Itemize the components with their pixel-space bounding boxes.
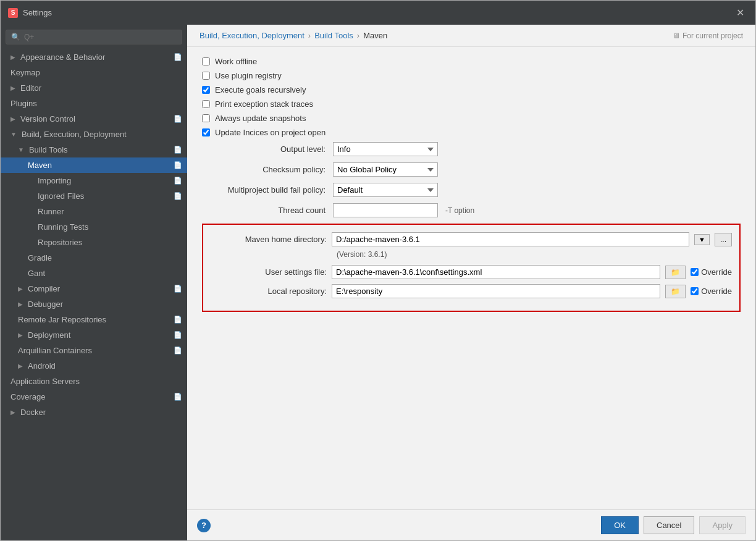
sidebar-item-coverage[interactable]: Coverage 📄 bbox=[1, 389, 187, 405]
output-level-select[interactable]: Info Debug Warning Error bbox=[333, 142, 438, 156]
checksum-policy-select[interactable]: No Global Policy Strict Lax bbox=[333, 162, 438, 177]
ok-button[interactable]: OK bbox=[601, 516, 639, 534]
work-offline-label[interactable]: Work offline bbox=[215, 57, 257, 66]
user-settings-override: Override bbox=[691, 267, 732, 277]
sidebar-item-importing[interactable]: Importing 📄 bbox=[1, 173, 187, 188]
user-settings-label: User settings file: bbox=[211, 267, 327, 277]
sidebar-item-label: Build Tools bbox=[29, 145, 68, 154]
maven-home-input[interactable] bbox=[332, 232, 689, 246]
thread-count-row: Thread count -T option bbox=[202, 203, 741, 217]
sidebar-item-label: Version Control bbox=[20, 114, 75, 124]
local-repo-row: Local repository: 📁 Override bbox=[211, 284, 732, 298]
user-settings-override-label[interactable]: Override bbox=[701, 267, 732, 277]
breadcrumb-part1[interactable]: Build, Execution, Deployment bbox=[200, 31, 304, 40]
sidebar-item-label: Keymap bbox=[10, 68, 40, 77]
user-settings-override-checkbox[interactable] bbox=[691, 268, 699, 276]
sidebar-item-keymap[interactable]: Keymap bbox=[1, 65, 187, 80]
sidebar-item-runner[interactable]: Runner bbox=[1, 204, 187, 219]
cancel-button[interactable]: Cancel bbox=[644, 516, 694, 534]
update-indices-checkbox[interactable] bbox=[202, 128, 210, 136]
page-icon: 📄 bbox=[174, 53, 182, 61]
sidebar-item-gradle[interactable]: Gradle bbox=[1, 250, 187, 266]
apply-button[interactable]: Apply bbox=[699, 516, 746, 534]
execute-goals-label[interactable]: Execute goals recursively bbox=[215, 85, 306, 94]
checksum-policy-row: Checksum policy: No Global Policy Strict… bbox=[202, 162, 741, 177]
sidebar-item-appearance[interactable]: ▶ Appearance & Behavior 📄 bbox=[1, 49, 187, 65]
work-offline-checkbox[interactable] bbox=[202, 57, 210, 65]
maven-config-section: Maven home directory: ▼ ... (Version: 3.… bbox=[202, 224, 741, 312]
sidebar-item-compiler[interactable]: ▶ Compiler 📄 bbox=[1, 281, 187, 296]
local-repo-browse-button[interactable]: 📁 bbox=[665, 285, 686, 298]
arrow-icon: ▶ bbox=[10, 115, 15, 122]
use-plugin-registry-label[interactable]: Use plugin registry bbox=[215, 71, 282, 80]
checkbox-always-update: Always update snapshots bbox=[202, 114, 741, 123]
sidebar-item-arquillian[interactable]: Arquillian Containers 📄 bbox=[1, 343, 187, 358]
sidebar-item-label: Plugins bbox=[10, 99, 37, 108]
search-icon: 🔍 bbox=[11, 33, 20, 41]
breadcrumb-part2[interactable]: Build Tools bbox=[314, 31, 353, 40]
thread-count-input[interactable] bbox=[333, 203, 438, 217]
breadcrumb-sep1: › bbox=[308, 31, 311, 40]
arrow-icon: ▶ bbox=[10, 409, 15, 416]
sidebar-item-deployment[interactable]: ▶ Deployment 📄 bbox=[1, 327, 187, 343]
checkbox-execute-goals: Execute goals recursively bbox=[202, 85, 741, 94]
sidebar-item-label: Editor bbox=[20, 83, 41, 93]
sidebar-item-label: Android bbox=[28, 361, 56, 371]
sidebar-item-ignored-files[interactable]: Ignored Files 📄 bbox=[1, 188, 187, 204]
use-plugin-registry-checkbox[interactable] bbox=[202, 72, 210, 80]
search-input[interactable] bbox=[24, 33, 177, 41]
always-update-label[interactable]: Always update snapshots bbox=[215, 114, 306, 123]
output-level-row: Output level: Info Debug Warning Error bbox=[202, 142, 741, 156]
sidebar-item-debugger[interactable]: ▶ Debugger bbox=[1, 296, 187, 312]
user-settings-input[interactable] bbox=[332, 265, 660, 279]
close-button[interactable]: ✕ bbox=[733, 6, 748, 20]
multiproject-policy-select[interactable]: Default Fail At End Never Fail Fail Fast bbox=[333, 183, 438, 197]
execute-goals-checkbox[interactable] bbox=[202, 86, 210, 94]
sidebar-item-running-tests[interactable]: Running Tests bbox=[1, 219, 187, 235]
search-box[interactable]: 🔍 bbox=[6, 30, 182, 44]
t-option-label: -T option bbox=[445, 206, 474, 215]
sidebar-item-label: Application Servers bbox=[10, 377, 80, 386]
settings-dialog: S Settings ✕ 🔍 ▶ Appearance & Behavior 📄 bbox=[0, 0, 756, 541]
help-button[interactable]: ? bbox=[197, 519, 211, 532]
sidebar-item-app-servers[interactable]: Application Servers bbox=[1, 374, 187, 389]
update-indices-label[interactable]: Update Incices on project open bbox=[215, 128, 326, 137]
sidebar-item-label: Docker bbox=[20, 408, 46, 417]
multiproject-policy-label: Multiproject build fail policy: bbox=[202, 185, 326, 195]
bottom-bar: ? OK Cancel Apply bbox=[187, 510, 755, 540]
sidebar-item-label: Build, Execution, Deployment bbox=[22, 130, 127, 139]
sidebar-item-build-tools[interactable]: ▼ Build Tools 📄 bbox=[1, 142, 187, 157]
local-repo-label: Local repository: bbox=[211, 287, 327, 296]
local-repo-override-checkbox[interactable] bbox=[691, 287, 699, 295]
maven-home-row: Maven home directory: ▼ ... bbox=[211, 232, 732, 246]
local-repo-input[interactable] bbox=[332, 284, 660, 298]
sidebar-item-remote-jar[interactable]: Remote Jar Repositories 📄 bbox=[1, 312, 187, 327]
sidebar-item-maven[interactable]: Maven 📄 bbox=[1, 157, 187, 173]
local-repo-override: Override bbox=[691, 287, 732, 296]
maven-home-browse-button[interactable]: ... bbox=[715, 233, 732, 246]
sidebar-item-repositories[interactable]: Repositories bbox=[1, 235, 187, 250]
page-icon: 📄 bbox=[174, 146, 182, 154]
sidebar-item-build-execution[interactable]: ▼ Build, Execution, Deployment bbox=[1, 127, 187, 142]
maven-home-label: Maven home directory: bbox=[211, 235, 327, 244]
sidebar-item-editor[interactable]: ▶ Editor bbox=[1, 80, 187, 96]
sidebar-item-gant[interactable]: Gant bbox=[1, 266, 187, 281]
user-settings-browse-button[interactable]: 📁 bbox=[665, 266, 686, 279]
maven-home-dropdown-button[interactable]: ▼ bbox=[694, 234, 710, 245]
print-exception-checkbox[interactable] bbox=[202, 100, 210, 108]
sidebar-item-android[interactable]: ▶ Android bbox=[1, 358, 187, 374]
page-icon: 📄 bbox=[174, 161, 182, 169]
always-update-checkbox[interactable] bbox=[202, 114, 210, 122]
sidebar-item-label: Maven bbox=[28, 161, 52, 170]
print-exception-label[interactable]: Print exception stack traces bbox=[215, 99, 313, 109]
arrow-icon: ▶ bbox=[18, 285, 23, 292]
monitor-icon: 🖥 bbox=[673, 31, 680, 40]
checkbox-update-indices: Update Incices on project open bbox=[202, 128, 741, 137]
checkbox-use-plugin-registry: Use plugin registry bbox=[202, 71, 741, 80]
sidebar-item-plugins[interactable]: Plugins bbox=[1, 96, 187, 111]
local-repo-override-label[interactable]: Override bbox=[701, 287, 732, 296]
settings-panel: Work offline Use plugin registry Execute… bbox=[187, 47, 755, 510]
sidebar-item-version-control[interactable]: ▶ Version Control 📄 bbox=[1, 111, 187, 127]
sidebar-item-docker[interactable]: ▶ Docker bbox=[1, 405, 187, 420]
sidebar-item-label: Arquillian Containers bbox=[18, 346, 92, 355]
